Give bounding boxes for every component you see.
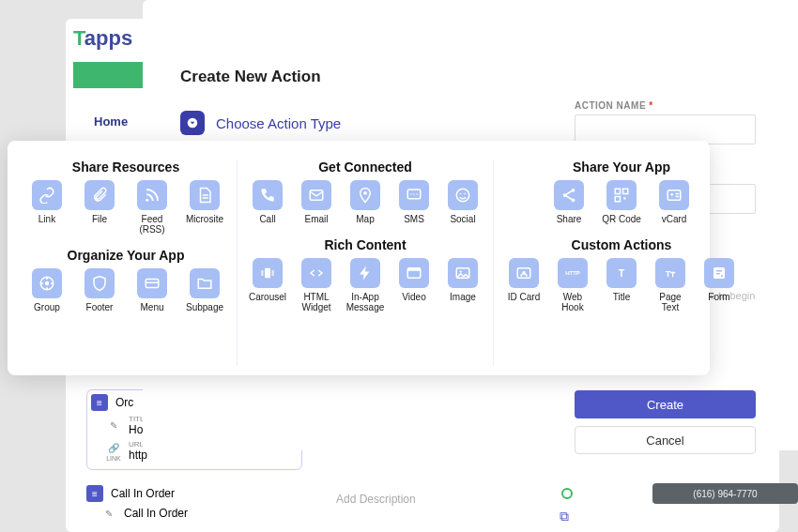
create-button[interactable]: Create [575, 390, 756, 418]
svg-point-17 [465, 193, 467, 195]
action-type-form[interactable]: Form [700, 258, 738, 312]
action-type-group[interactable]: Group [26, 268, 68, 312]
required-mark: * [649, 100, 652, 111]
shield-icon [84, 268, 115, 298]
action-type-web-hook[interactable]: HTTPWeb Hook [554, 258, 591, 312]
green-bar [73, 62, 146, 88]
picker-section-title: Custom Actions [505, 237, 738, 252]
picker-item-label: Call [259, 214, 275, 224]
filetext-icon [190, 180, 220, 210]
pin-icon [350, 180, 380, 210]
svg-rect-19 [261, 270, 263, 276]
cancel-button[interactable]: Cancel [575, 426, 756, 454]
picker-item-label: ID Card [508, 292, 540, 302]
svg-rect-29 [623, 189, 628, 193]
idcard-icon [509, 258, 539, 288]
form-icon [704, 258, 734, 288]
action-type-html-widget[interactable]: HTML Widget [298, 258, 335, 312]
action-type-file[interactable]: File [79, 180, 120, 235]
action-type-feed-rss-[interactable]: Feed (RSS) [131, 180, 173, 235]
tree-item-title: Call In Order [111, 487, 175, 500]
svg-point-4 [46, 278, 48, 280]
picker-item-label: Page Text [652, 292, 689, 312]
svg-point-3 [45, 281, 50, 286]
carousel-icon [253, 258, 283, 288]
svg-point-40 [721, 275, 723, 277]
action-type-image[interactable]: Image [444, 258, 482, 312]
svg-point-24 [460, 270, 462, 272]
picker-item-label: QR Code [602, 214, 641, 224]
action-type-qr-code[interactable]: QR Code [601, 180, 642, 224]
svg-point-6 [46, 287, 48, 289]
picker-item-label: Form [708, 292, 729, 302]
logo-letter: T [73, 26, 84, 50]
picker-item-label: Email [304, 214, 328, 224]
action-type-email[interactable]: Email [298, 180, 335, 224]
title-icon: T [606, 258, 637, 288]
qr-icon [606, 180, 637, 210]
svg-rect-32 [668, 190, 681, 201]
picker-item-label: Social [450, 214, 475, 224]
action-type-video[interactable]: Video [395, 258, 433, 312]
action-type-social[interactable]: Social [444, 180, 482, 224]
bolt-icon [350, 258, 380, 288]
pencil-icon[interactable]: ✎ [101, 506, 116, 521]
picker-item-label: Footer [86, 302, 114, 312]
picker-item-label: Title [613, 292, 631, 302]
menu-icon [137, 268, 167, 298]
picker-item-label: Group [34, 302, 60, 312]
svg-point-5 [51, 282, 53, 284]
action-type-map[interactable]: Map [346, 180, 384, 224]
svg-text:HTTP: HTTP [565, 270, 580, 276]
pencil-icon[interactable]: ✎ [106, 418, 121, 433]
drag-handle-icon[interactable]: ≡ [91, 394, 108, 411]
image-icon [448, 258, 478, 288]
picker-section-title: Get Connected [249, 160, 482, 175]
folder-icon [190, 268, 220, 298]
smile-icon [448, 180, 478, 210]
picker-item-label: File [92, 214, 107, 224]
status-indicator-icon [561, 488, 573, 499]
action-type-footer[interactable]: Footer [79, 268, 120, 312]
action-type-sms[interactable]: SMS [395, 180, 433, 224]
action-type-page-text[interactable]: TᴛPage Text [652, 258, 689, 312]
action-type-id-card[interactable]: ID Card [505, 258, 543, 312]
picker-item-label: Carousel [249, 292, 286, 302]
share-icon [554, 180, 584, 210]
tree-sub-title: Call In Order [124, 507, 188, 520]
action-type-vcard[interactable]: vCard [653, 180, 695, 224]
video-icon [399, 258, 429, 288]
action-type-menu[interactable]: Menu [131, 268, 173, 312]
dropdown-trigger-icon[interactable] [180, 111, 205, 135]
action-type-call[interactable]: Call [249, 180, 286, 224]
phone-preview-strip: (616) 964-7770 [652, 483, 798, 504]
picker-item-label: Link [38, 214, 55, 224]
copy-icon[interactable]: ⧉ [560, 509, 569, 524]
sms-icon [399, 180, 429, 210]
picker-item-label: HTML Widget [298, 292, 335, 312]
svg-point-7 [41, 282, 43, 284]
action-type-title[interactable]: TTitle [603, 258, 640, 312]
svg-point-14 [416, 193, 418, 195]
picker-item-label: Menu [140, 302, 163, 312]
picker-item-label: vCard [662, 214, 687, 224]
action-type-carousel[interactable]: Carousel [249, 258, 286, 312]
svg-point-33 [670, 193, 673, 196]
action-type-in-app-message[interactable]: In-App Message [346, 258, 384, 312]
picker-section-title: Organize Your App [26, 248, 225, 263]
description-placeholder[interactable]: Add Description [336, 493, 416, 506]
vcard-icon [659, 180, 689, 210]
picker-item-label: In-App Message [346, 292, 385, 312]
code-icon [301, 258, 331, 288]
nav-home[interactable]: Home [94, 114, 128, 129]
action-type-share[interactable]: Share [548, 180, 590, 224]
drag-handle-icon[interactable]: ≡ [86, 485, 103, 502]
tree-item-title: Orc [115, 396, 133, 409]
svg-rect-22 [407, 268, 421, 271]
action-type-link[interactable]: Link [26, 180, 68, 235]
tree-url-value: http [129, 448, 147, 462]
choose-action-type-row[interactable]: Choose Action Type [180, 111, 341, 135]
action-type-subpage[interactable]: Subpage [184, 268, 225, 312]
svg-point-16 [460, 193, 462, 195]
action-type-microsite[interactable]: Microsite [184, 180, 225, 235]
